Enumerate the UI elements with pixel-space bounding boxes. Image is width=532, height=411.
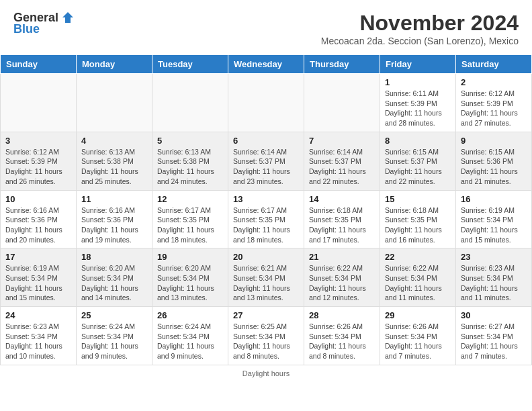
calendar-cell bbox=[304, 74, 380, 132]
calendar-cell: 23Sunrise: 6:23 AMSunset: 5:34 PMDayligh… bbox=[456, 248, 532, 307]
day-info: Sunrise: 6:17 AMSunset: 5:35 PMDaylight:… bbox=[233, 205, 299, 245]
day-info: Sunrise: 6:24 AMSunset: 5:34 PMDaylight:… bbox=[81, 322, 147, 361]
calendar-cell: 27Sunrise: 6:25 AMSunset: 5:34 PMDayligh… bbox=[228, 307, 304, 365]
day-info: Sunrise: 6:23 AMSunset: 5:34 PMDaylight:… bbox=[5, 322, 71, 361]
day-info: Sunrise: 6:20 AMSunset: 5:34 PMDaylight:… bbox=[157, 263, 223, 303]
title-area: November 2024 Mecoacan 2da. Seccion (San… bbox=[321, 11, 519, 46]
calendar-cell: 2Sunrise: 6:12 AMSunset: 5:39 PMDaylight… bbox=[456, 74, 532, 132]
day-number: 19 bbox=[157, 252, 223, 262]
day-number: 5 bbox=[157, 136, 223, 146]
calendar-cell: 9Sunrise: 6:15 AMSunset: 5:36 PMDaylight… bbox=[456, 132, 532, 190]
day-info: Sunrise: 6:12 AMSunset: 5:39 PMDaylight:… bbox=[5, 147, 71, 187]
day-info: Sunrise: 6:18 AMSunset: 5:35 PMDaylight:… bbox=[309, 205, 375, 245]
day-number: 20 bbox=[233, 252, 299, 262]
day-number: 27 bbox=[233, 310, 299, 320]
day-info: Sunrise: 6:13 AMSunset: 5:38 PMDaylight:… bbox=[81, 147, 147, 187]
calendar-cell: 15Sunrise: 6:18 AMSunset: 5:35 PMDayligh… bbox=[380, 190, 456, 248]
calendar-cell: 4Sunrise: 6:13 AMSunset: 5:38 PMDaylight… bbox=[77, 132, 152, 190]
calendar-cell: 16Sunrise: 6:19 AMSunset: 5:34 PMDayligh… bbox=[456, 190, 532, 248]
day-number: 26 bbox=[157, 310, 223, 320]
day-number: 12 bbox=[157, 194, 223, 204]
day-number: 28 bbox=[309, 310, 375, 320]
day-info: Sunrise: 6:22 AMSunset: 5:34 PMDaylight:… bbox=[385, 263, 451, 303]
day-number: 8 bbox=[385, 136, 451, 146]
logo-icon bbox=[61, 11, 75, 24]
day-number: 2 bbox=[461, 77, 527, 87]
month-title: November 2024 bbox=[321, 11, 519, 36]
page-header: General Blue November 2024 Mecoacan 2da.… bbox=[0, 0, 532, 49]
day-number: 7 bbox=[309, 136, 375, 146]
calendar-cell: 29Sunrise: 6:26 AMSunset: 5:34 PMDayligh… bbox=[380, 307, 456, 365]
calendar-cell bbox=[1, 74, 77, 132]
calendar-cell: 19Sunrise: 6:20 AMSunset: 5:34 PMDayligh… bbox=[152, 248, 228, 307]
day-number: 24 bbox=[5, 310, 71, 320]
calendar-cell bbox=[77, 74, 152, 132]
calendar-cell: 25Sunrise: 6:24 AMSunset: 5:34 PMDayligh… bbox=[77, 307, 152, 365]
calendar-cell bbox=[228, 74, 304, 132]
day-number: 3 bbox=[5, 136, 71, 146]
day-number: 6 bbox=[233, 136, 299, 146]
calendar-cell: 28Sunrise: 6:26 AMSunset: 5:34 PMDayligh… bbox=[304, 307, 380, 365]
footer: Daylight hours bbox=[0, 365, 532, 381]
logo-blue-text: Blue bbox=[13, 22, 40, 36]
col-header-saturday: Saturday bbox=[456, 55, 532, 74]
calendar-week-row: 3Sunrise: 6:12 AMSunset: 5:39 PMDaylight… bbox=[1, 132, 532, 190]
day-info: Sunrise: 6:17 AMSunset: 5:35 PMDaylight:… bbox=[157, 205, 223, 245]
calendar-cell: 13Sunrise: 6:17 AMSunset: 5:35 PMDayligh… bbox=[228, 190, 304, 248]
day-number: 13 bbox=[233, 194, 299, 204]
col-header-tuesday: Tuesday bbox=[152, 55, 228, 74]
day-info: Sunrise: 6:19 AMSunset: 5:34 PMDaylight:… bbox=[5, 263, 71, 303]
day-info: Sunrise: 6:21 AMSunset: 5:34 PMDaylight:… bbox=[233, 263, 299, 303]
calendar-cell: 5Sunrise: 6:13 AMSunset: 5:38 PMDaylight… bbox=[152, 132, 228, 190]
day-info: Sunrise: 6:23 AMSunset: 5:34 PMDaylight:… bbox=[461, 263, 527, 303]
day-number: 17 bbox=[5, 252, 71, 262]
calendar-cell: 24Sunrise: 6:23 AMSunset: 5:34 PMDayligh… bbox=[1, 307, 77, 365]
day-info: Sunrise: 6:26 AMSunset: 5:34 PMDaylight:… bbox=[309, 322, 375, 361]
day-number: 22 bbox=[385, 252, 451, 262]
col-header-wednesday: Wednesday bbox=[228, 55, 304, 74]
day-info: Sunrise: 6:16 AMSunset: 5:36 PMDaylight:… bbox=[81, 205, 147, 245]
day-number: 30 bbox=[461, 310, 527, 320]
calendar-table: SundayMondayTuesdayWednesdayThursdayFrid… bbox=[0, 54, 532, 365]
day-info: Sunrise: 6:14 AMSunset: 5:37 PMDaylight:… bbox=[309, 147, 375, 187]
day-info: Sunrise: 6:16 AMSunset: 5:36 PMDaylight:… bbox=[5, 205, 71, 245]
calendar-cell: 26Sunrise: 6:24 AMSunset: 5:34 PMDayligh… bbox=[152, 307, 228, 365]
calendar-cell: 1Sunrise: 6:11 AMSunset: 5:39 PMDaylight… bbox=[380, 74, 456, 132]
day-number: 10 bbox=[5, 194, 71, 204]
calendar-week-row: 24Sunrise: 6:23 AMSunset: 5:34 PMDayligh… bbox=[1, 307, 532, 365]
calendar-cell: 7Sunrise: 6:14 AMSunset: 5:37 PMDaylight… bbox=[304, 132, 380, 190]
day-info: Sunrise: 6:24 AMSunset: 5:34 PMDaylight:… bbox=[157, 322, 223, 361]
day-info: Sunrise: 6:12 AMSunset: 5:39 PMDaylight:… bbox=[461, 89, 527, 128]
calendar-cell: 20Sunrise: 6:21 AMSunset: 5:34 PMDayligh… bbox=[228, 248, 304, 307]
day-info: Sunrise: 6:14 AMSunset: 5:37 PMDaylight:… bbox=[233, 147, 299, 187]
calendar-cell bbox=[152, 74, 228, 132]
col-header-thursday: Thursday bbox=[304, 55, 380, 74]
day-number: 15 bbox=[385, 194, 451, 204]
calendar-cell: 6Sunrise: 6:14 AMSunset: 5:37 PMDaylight… bbox=[228, 132, 304, 190]
calendar-week-row: 17Sunrise: 6:19 AMSunset: 5:34 PMDayligh… bbox=[1, 248, 532, 307]
svg-marker-0 bbox=[62, 12, 73, 23]
day-number: 14 bbox=[309, 194, 375, 204]
day-info: Sunrise: 6:11 AMSunset: 5:39 PMDaylight:… bbox=[385, 89, 451, 128]
day-number: 1 bbox=[385, 77, 451, 87]
calendar-cell: 17Sunrise: 6:19 AMSunset: 5:34 PMDayligh… bbox=[1, 248, 77, 307]
calendar-week-row: 1Sunrise: 6:11 AMSunset: 5:39 PMDaylight… bbox=[1, 74, 532, 132]
day-info: Sunrise: 6:22 AMSunset: 5:34 PMDaylight:… bbox=[309, 263, 375, 303]
calendar-cell: 3Sunrise: 6:12 AMSunset: 5:39 PMDaylight… bbox=[1, 132, 77, 190]
day-number: 16 bbox=[461, 194, 527, 204]
day-info: Sunrise: 6:15 AMSunset: 5:36 PMDaylight:… bbox=[461, 147, 527, 187]
day-info: Sunrise: 6:15 AMSunset: 5:37 PMDaylight:… bbox=[385, 147, 451, 187]
col-header-sunday: Sunday bbox=[1, 55, 77, 74]
calendar-cell: 10Sunrise: 6:16 AMSunset: 5:36 PMDayligh… bbox=[1, 190, 77, 248]
day-number: 9 bbox=[461, 136, 527, 146]
day-number: 25 bbox=[81, 310, 147, 320]
calendar-cell: 14Sunrise: 6:18 AMSunset: 5:35 PMDayligh… bbox=[304, 190, 380, 248]
day-number: 29 bbox=[385, 310, 451, 320]
calendar-cell: 18Sunrise: 6:20 AMSunset: 5:34 PMDayligh… bbox=[77, 248, 152, 307]
day-info: Sunrise: 6:19 AMSunset: 5:34 PMDaylight:… bbox=[461, 205, 527, 245]
calendar-cell: 22Sunrise: 6:22 AMSunset: 5:34 PMDayligh… bbox=[380, 248, 456, 307]
day-number: 23 bbox=[461, 252, 527, 262]
calendar-cell: 11Sunrise: 6:16 AMSunset: 5:36 PMDayligh… bbox=[77, 190, 152, 248]
calendar-cell: 8Sunrise: 6:15 AMSunset: 5:37 PMDaylight… bbox=[380, 132, 456, 190]
day-info: Sunrise: 6:13 AMSunset: 5:38 PMDaylight:… bbox=[157, 147, 223, 187]
